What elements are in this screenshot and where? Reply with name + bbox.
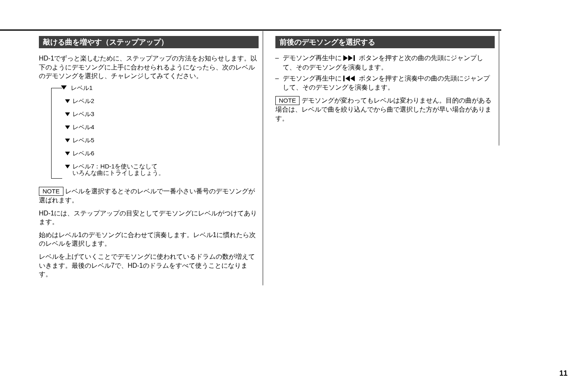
svg-rect-3 <box>354 55 355 61</box>
left-para-3: レベルを上げていくことでデモソングに使われているドラムの数が増えていきます。最後… <box>39 252 259 279</box>
page-number: 11 <box>559 369 568 378</box>
note-label: NOTE <box>39 187 63 196</box>
chevron-down-icon <box>65 152 70 155</box>
flow-item: レベル6 <box>72 150 94 157</box>
right-section-header: 前後のデモソングを選択する <box>275 36 495 48</box>
svg-marker-0 <box>61 85 67 90</box>
skip-forward-icon <box>343 55 357 63</box>
left-section-header: 敲ける曲を増やす（ステップアップ） <box>39 36 259 48</box>
left-note: NOTE レベルを選択するとそのレベルで一番小さい番号のデモソングが選ばれます。 <box>39 187 259 205</box>
chevron-down-icon <box>65 139 70 142</box>
chevron-down-icon <box>65 165 70 168</box>
chevron-down-icon <box>65 126 70 129</box>
svg-marker-1 <box>343 55 348 61</box>
svg-marker-5 <box>345 76 350 81</box>
flow-item: レベル1 <box>71 85 92 92</box>
left-column: 敲ける曲を増やす（ステップアップ） HD-1でずっと楽しむために、ステップアップ… <box>39 31 263 285</box>
svg-marker-6 <box>350 76 355 81</box>
svg-rect-4 <box>343 76 345 81</box>
page-top-rule <box>0 29 501 31</box>
right-bullet-1: – デモソング再生中に ボタンを押すと次の曲の先頭にジャンプして、そのデモソング… <box>275 54 495 72</box>
left-para-1: HD-1には、ステップアップの目安としてデモソングにレベルがつけてあります。 <box>39 209 259 226</box>
loop-arrowhead-icon <box>61 85 67 90</box>
left-para-2: 始めはレベル1のデモソングに合わせて演奏します。レベル1に慣れたら次のレベルを選… <box>39 231 259 248</box>
right-bullet-2: – デモソング再生中に ボタンを押すと演奏中の曲の先頭にジャンプして、そのデモソ… <box>275 74 495 92</box>
flow-item: レベル7：HD-1を使いこなして いろんな曲にトライしましょう。 <box>72 163 164 175</box>
flow-item: レベル4 <box>72 124 94 131</box>
chevron-down-icon <box>65 99 70 103</box>
note-label: NOTE <box>275 96 300 105</box>
right-column: 前後のデモソングを選択する – デモソング再生中に ボタンを押すと次の曲の先頭に… <box>275 31 500 146</box>
right-note: NOTE デモソングが変わってもレベルは変わりません。目的の曲がある場合は、レベ… <box>275 96 495 123</box>
chevron-down-icon <box>65 112 70 116</box>
flow-item: レベル3 <box>72 111 94 118</box>
skip-backward-icon <box>343 75 357 84</box>
level-flow: レベル1 レベル2 レベル3 <box>51 85 259 181</box>
left-intro: HD-1でずっと楽しむために、ステップアップの方法をお知らせします。以下のように… <box>39 54 259 81</box>
flow-item: レベル2 <box>72 98 94 105</box>
svg-marker-2 <box>348 55 353 61</box>
flow-item: レベル5 <box>72 137 94 144</box>
